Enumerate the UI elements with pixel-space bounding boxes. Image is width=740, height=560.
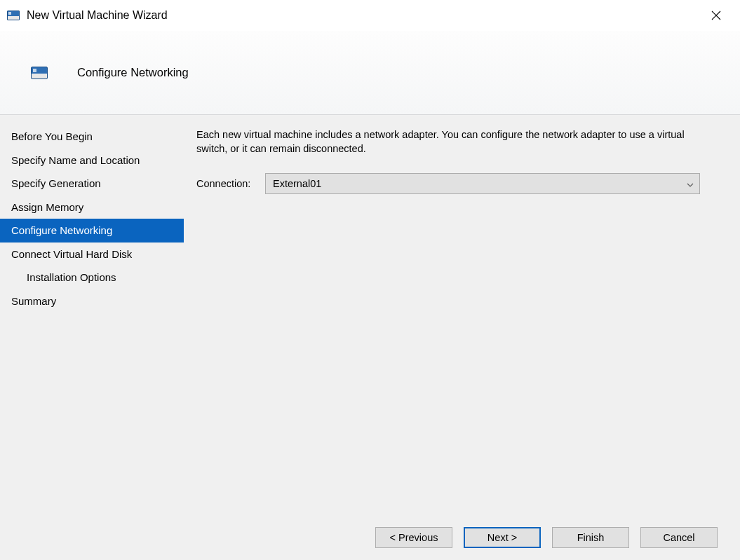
connection-dropdown[interactable]: External01 bbox=[265, 173, 700, 194]
window-title: New Virtual Machine Wizard bbox=[27, 9, 701, 22]
wizard-steps: Before You Begin Specify Name and Locati… bbox=[0, 115, 184, 514]
close-button[interactable] bbox=[701, 5, 732, 26]
connection-row: Connection: External01 bbox=[196, 173, 723, 194]
step-specify-generation[interactable]: Specify Generation bbox=[0, 172, 184, 196]
page-title: Configure Networking bbox=[77, 66, 189, 79]
wizard-footer: < Previous Next > Finish Cancel bbox=[0, 514, 740, 560]
step-installation-options[interactable]: Installation Options bbox=[0, 266, 184, 289]
connection-value: External01 bbox=[273, 178, 321, 189]
wizard-page: Each new virtual machine includes a netw… bbox=[184, 115, 740, 514]
step-assign-memory[interactable]: Assign Memory bbox=[0, 196, 184, 219]
wizard-icon bbox=[31, 67, 48, 79]
title-bar: New Virtual Machine Wizard bbox=[0, 0, 740, 31]
step-configure-networking[interactable]: Configure Networking bbox=[0, 219, 184, 243]
wizard-header: Configure Networking bbox=[0, 31, 740, 115]
step-summary[interactable]: Summary bbox=[0, 289, 184, 313]
step-connect-virtual-hard-disk[interactable]: Connect Virtual Hard Disk bbox=[0, 243, 184, 266]
app-icon bbox=[7, 11, 20, 20]
previous-button[interactable]: < Previous bbox=[375, 527, 452, 548]
step-specify-name-and-location[interactable]: Specify Name and Location bbox=[0, 149, 184, 172]
close-icon bbox=[711, 10, 722, 21]
connection-label: Connection: bbox=[196, 178, 257, 189]
next-button[interactable]: Next > bbox=[464, 527, 541, 548]
step-before-you-begin[interactable]: Before You Begin bbox=[0, 125, 184, 149]
finish-button[interactable]: Finish bbox=[552, 527, 629, 548]
chevron-down-icon bbox=[687, 178, 694, 189]
cancel-button[interactable]: Cancel bbox=[640, 527, 718, 548]
intro-text: Each new virtual machine includes a netw… bbox=[196, 128, 715, 156]
